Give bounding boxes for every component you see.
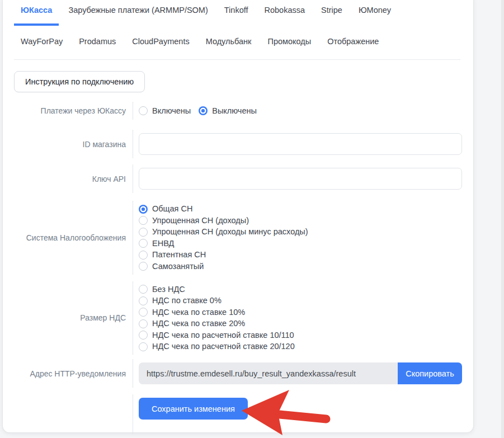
payments-toggle-options: Включены Выключены (133, 102, 257, 120)
radio-tax-simplified-income[interactable]: Упрощенная СН (доходы) (139, 216, 308, 225)
radio-tax-simplified-income-expense[interactable]: Упрощенная СН (доходы минус расходы) (139, 227, 308, 237)
tab-cloudpayments[interactable]: CloudPayments (125, 36, 196, 46)
radio-circle-icon[interactable] (139, 285, 148, 294)
radio-payments-enabled[interactable]: Включены (139, 106, 191, 116)
form-row-api-key: Ключ API (3, 164, 473, 193)
radio-label: Патентная СН (152, 250, 206, 260)
radio-vat-none[interactable]: Без НДС (139, 285, 295, 294)
tab-tinkoff[interactable]: Tinkoff (218, 5, 255, 23)
yookassa-settings-form: Платежи через ЮКассу Включены Выключены … (3, 102, 473, 434)
radio-circle-icon[interactable] (139, 228, 148, 237)
radio-circle-icon[interactable] (139, 296, 148, 305)
radio-circle-checked-icon[interactable] (199, 106, 208, 115)
form-row-http-notify: Адрес HTTP-уведомления Скопировать (3, 359, 473, 388)
form-row-vat: Размер НДС Без НДС НДС по ставке 0% НДС … (3, 281, 473, 355)
window-edge (501, 0, 504, 438)
tab-yoomoney[interactable]: ЮMoney (352, 5, 398, 23)
tab-yookassa[interactable]: ЮКасса (14, 5, 59, 26)
form-row-save: Сохранить изменения (3, 394, 473, 434)
radio-vat-0[interactable]: НДС по ставке 0% (139, 296, 295, 305)
tabs-row-2: WayForPay Prodamus CloudPayments Модульб… (3, 36, 473, 59)
http-notify-input-group: Скопировать (139, 362, 462, 384)
radio-circle-icon[interactable] (139, 262, 148, 271)
radio-tax-self-employed[interactable]: Самозанятый (139, 262, 308, 271)
api-key-label: Ключ API (3, 174, 133, 184)
form-row-tax-system: Система Налогообложения Общая СН Упрощен… (3, 201, 473, 275)
api-key-input[interactable] (139, 168, 462, 190)
radio-vat-10[interactable]: НДС чека по ставке 10% (139, 308, 295, 317)
radio-label: Выключены (212, 106, 257, 116)
http-notify-label: Адрес HTTP-уведомления (3, 369, 133, 379)
tab-wayforpay[interactable]: WayForPay (14, 36, 69, 46)
radio-circle-icon[interactable] (139, 251, 148, 260)
shop-id-field-wrap (133, 130, 462, 158)
form-row-shop-id: ID магазина (3, 130, 473, 158)
shop-id-input[interactable] (139, 133, 462, 155)
radio-tax-envd[interactable]: ЕНВД (139, 239, 308, 248)
radio-label: Упрощенная СН (доходы минус расходы) (152, 227, 308, 237)
tax-system-label: Система Налогообложения (3, 233, 133, 243)
radio-vat-20-120[interactable]: НДС чека по расчетной ставке 20/120 (139, 342, 295, 351)
radio-label: Включены (152, 106, 191, 116)
radio-label: ЕНВД (152, 239, 174, 248)
radio-circle-icon[interactable] (139, 308, 148, 317)
radio-circle-icon[interactable] (139, 106, 148, 115)
radio-circle-icon[interactable] (139, 319, 148, 328)
settings-card: ЮКасса Зарубежные платежи (ARMMP/SOM) Ti… (3, 0, 473, 432)
form-row-payments-toggle: Платежи через ЮКассу Включены Выключены (3, 102, 473, 120)
tab-foreign-payments[interactable]: Зарубежные платежи (ARMMP/SOM) (62, 5, 214, 23)
radio-circle-icon[interactable] (139, 239, 148, 248)
radio-label: Общая СН (152, 204, 192, 214)
radio-label: НДС чека по расчетной ставке 10/110 (152, 331, 294, 340)
tabs-divider (14, 59, 460, 60)
http-notify-field-wrap: Скопировать (133, 359, 462, 388)
shop-id-label: ID магазина (3, 139, 133, 149)
copy-url-button[interactable]: Скопировать (398, 362, 462, 384)
radio-label: НДС чека по ставке 20% (152, 319, 245, 328)
radio-tax-general[interactable]: Общая СН (139, 204, 308, 214)
radio-payments-disabled[interactable]: Выключены (199, 106, 257, 116)
tab-display[interactable]: Отображение (321, 36, 385, 46)
radio-circle-icon[interactable] (139, 331, 148, 340)
radio-circle-icon[interactable] (139, 216, 148, 225)
tax-system-options: Общая СН Упрощенная СН (доходы) Упрощенн… (133, 201, 308, 275)
radio-tax-patent[interactable]: Патентная СН (139, 250, 308, 260)
radio-label: Самозанятый (152, 262, 204, 271)
http-notify-url-input[interactable] (139, 362, 398, 384)
instruction-button[interactable]: Инструкция по подключению (14, 71, 145, 92)
radio-label: Упрощенная СН (доходы) (152, 216, 249, 225)
tab-stripe[interactable]: Stripe (314, 5, 349, 23)
api-key-field-wrap (133, 164, 462, 193)
radio-vat-10-110[interactable]: НДС чека по расчетной ставке 10/110 (139, 331, 295, 340)
tab-modulbank[interactable]: Модульбанк (199, 36, 258, 46)
radio-label: НДС чека по расчетной ставке 20/120 (152, 342, 295, 351)
tab-robokassa[interactable]: Robokassa (258, 5, 312, 23)
radio-label: НДС чека по ставке 10% (152, 308, 245, 317)
vat-options: Без НДС НДС по ставке 0% НДС чека по ста… (133, 281, 295, 355)
radio-circle-icon[interactable] (139, 342, 148, 351)
tab-promocodes[interactable]: Промокоды (261, 36, 318, 46)
radio-label: Без НДС (152, 285, 185, 294)
save-button[interactable]: Сохранить изменения (139, 398, 248, 420)
save-field-wrap: Сохранить изменения (133, 394, 248, 434)
payments-toggle-label: Платежи через ЮКассу (3, 106, 133, 116)
tabs-row-1: ЮКасса Зарубежные платежи (ARMMP/SOM) Ti… (3, 5, 473, 26)
tab-prodamus[interactable]: Prodamus (72, 36, 123, 46)
radio-label: НДС по ставке 0% (152, 296, 222, 305)
radio-circle-checked-icon[interactable] (139, 205, 148, 214)
radio-vat-20[interactable]: НДС чека по ставке 20% (139, 319, 295, 328)
vat-label: Размер НДС (3, 313, 133, 323)
